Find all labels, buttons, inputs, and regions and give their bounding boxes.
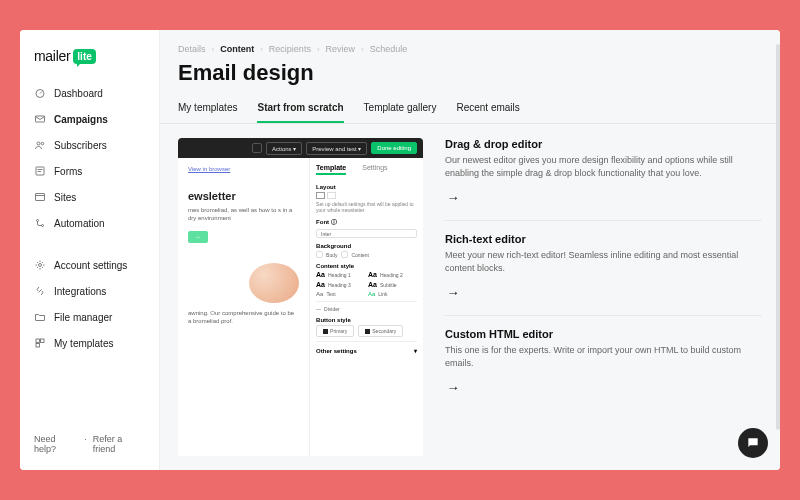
editor-drag-drop[interactable]: Drag & drop editor Our newest editor giv… <box>445 138 762 220</box>
sidebar-item-integrations[interactable]: Integrations <box>20 278 159 304</box>
preview-image-placeholder <box>249 263 299 303</box>
sidebar-item-label: File manager <box>54 312 112 323</box>
sidebar-item-sites[interactable]: Sites <box>20 184 159 210</box>
cs-text[interactable]: AaText <box>316 291 365 297</box>
editor-options: Drag & drop editor Our newest editor giv… <box>445 138 762 456</box>
tab-my-templates[interactable]: My templates <box>178 96 237 123</box>
chevron-right-icon: › <box>212 45 215 54</box>
svg-rect-4 <box>36 167 44 175</box>
cs-subtitle[interactable]: AaSubtitle <box>368 281 417 288</box>
preview-bottom-text: awning. Our comprehensive guide to be a … <box>188 309 299 326</box>
chevron-down-icon: ▾ <box>414 347 417 354</box>
sidebar-item-dashboard[interactable]: Dashboard <box>20 80 159 106</box>
crumb-schedule[interactable]: Schedule <box>370 44 408 54</box>
crumb-review[interactable]: Review <box>326 44 356 54</box>
scrollbar[interactable] <box>776 44 780 430</box>
editor-preview: Actions ▾ Preview and test ▾ Done editin… <box>178 138 423 456</box>
editor-desc: Our newest editor gives you more design … <box>445 154 745 180</box>
sidebar-item-campaigns[interactable]: Campaigns <box>20 106 159 132</box>
arrow-right-icon[interactable]: → <box>445 285 461 301</box>
arrow-right-icon[interactable]: → <box>445 380 461 396</box>
divider-style[interactable]: —Divider <box>316 306 417 312</box>
sidebar-item-label: Sites <box>54 192 76 203</box>
folder-icon <box>34 311 46 323</box>
tab-recent-emails[interactable]: Recent emails <box>456 96 519 123</box>
brand-bubble: lite <box>73 49 95 64</box>
page-title: Email design <box>160 58 780 96</box>
crumb-recipients[interactable]: Recipients <box>269 44 311 54</box>
brand-logo[interactable]: mailer lite <box>20 48 159 80</box>
content-style-label: Content style <box>316 263 417 269</box>
button-style-label: Button style <box>316 317 417 323</box>
editor-desc: This one is for the experts. Write or im… <box>445 344 745 370</box>
nav-secondary: Account settings Integrations File manag… <box>20 252 159 356</box>
nav-primary: Dashboard Campaigns Subscribers Forms Si… <box>20 80 159 236</box>
btn-style-primary[interactable]: Primary <box>316 325 354 337</box>
svg-rect-10 <box>41 339 45 343</box>
templates-icon <box>34 337 46 349</box>
sidebar-item-label: Account settings <box>54 260 127 271</box>
svg-point-7 <box>42 225 44 227</box>
cs-h1[interactable]: AaHeading 1 <box>316 271 365 278</box>
editor-title: Drag & drop editor <box>445 138 762 150</box>
svg-rect-1 <box>36 116 45 122</box>
breadcrumb: Details › Content › Recipients › Review … <box>160 30 780 58</box>
bg-body-chip[interactable]: Body <box>316 251 337 258</box>
btn-style-secondary[interactable]: Secondary <box>358 325 403 337</box>
bg-content-chip[interactable]: Content <box>341 251 369 258</box>
svg-point-3 <box>41 142 44 145</box>
panel-tab-settings[interactable]: Settings <box>362 164 387 175</box>
actions-dropdown[interactable]: Actions ▾ <box>266 142 302 155</box>
preview-toolbar: Actions ▾ Preview and test ▾ Done editin… <box>178 138 423 158</box>
editor-custom-html[interactable]: Custom HTML editor This one is for the e… <box>445 315 762 410</box>
gear-icon <box>34 259 46 271</box>
sidebar-item-forms[interactable]: Forms <box>20 158 159 184</box>
editor-rich-text[interactable]: Rich-text editor Meet your new rich-text… <box>445 220 762 315</box>
chevron-right-icon: › <box>361 45 364 54</box>
sidebar-item-my-templates[interactable]: My templates <box>20 330 159 356</box>
sidebar-item-label: Campaigns <box>54 114 108 125</box>
svg-point-6 <box>37 220 39 222</box>
crumb-details[interactable]: Details <box>178 44 206 54</box>
sidebar-item-automation[interactable]: Automation <box>20 210 159 236</box>
sidebar-item-subscribers[interactable]: Subscribers <box>20 132 159 158</box>
view-in-browser-link[interactable]: View in browser <box>188 166 230 172</box>
preview-cta-button: → <box>188 231 208 243</box>
designer-tabs: My templates Start from scratch Template… <box>160 96 780 124</box>
sidebar-item-file-manager[interactable]: File manager <box>20 304 159 330</box>
sidebar-item-label: Subscribers <box>54 140 107 151</box>
refer-friend-link[interactable]: Refer a friend <box>93 434 145 454</box>
arrow-right-icon[interactable]: → <box>445 190 461 206</box>
layout-label: Layout <box>316 184 417 190</box>
form-icon <box>34 165 46 177</box>
tab-start-from-scratch[interactable]: Start from scratch <box>257 96 343 123</box>
chat-widget-button[interactable] <box>738 428 768 458</box>
panel-tab-template[interactable]: Template <box>316 164 346 175</box>
crumb-content[interactable]: Content <box>220 44 254 54</box>
cs-h2[interactable]: AaHeading 2 <box>368 271 417 278</box>
other-settings[interactable]: Other settings▾ <box>316 347 417 354</box>
preview-test-dropdown[interactable]: Preview and test ▾ <box>306 142 367 155</box>
done-editing-button[interactable]: Done editing <box>371 142 417 154</box>
layout-desc: Set up default settings that will be app… <box>316 201 417 213</box>
link-icon <box>34 285 46 297</box>
tab-template-gallery[interactable]: Template gallery <box>364 96 437 123</box>
font-select[interactable]: Inter <box>316 229 417 238</box>
preview-body-text: mes bromeliad, as well as how to s in a … <box>188 206 299 223</box>
preview-settings-panel: Template Settings Layout Set up default … <box>309 158 423 456</box>
sidebar-item-account-settings[interactable]: Account settings <box>20 252 159 278</box>
cs-link[interactable]: AaLink <box>368 291 417 297</box>
preview-canvas: View in browser ewsletter mes bromeliad,… <box>178 158 309 456</box>
svg-rect-9 <box>36 339 40 343</box>
svg-point-8 <box>39 264 42 267</box>
need-help-link[interactable]: Need help? <box>34 434 78 454</box>
sidebar-item-label: My templates <box>54 338 113 349</box>
speedometer-icon <box>34 87 46 99</box>
chevron-right-icon: › <box>260 45 263 54</box>
undo-icon[interactable] <box>252 143 262 153</box>
main-panel: Details › Content › Recipients › Review … <box>160 30 780 470</box>
window-icon <box>34 191 46 203</box>
cs-h3[interactable]: AaHeading 3 <box>316 281 365 288</box>
svg-rect-5 <box>36 194 45 201</box>
app-window: mailer lite Dashboard Campaigns Subscrib… <box>20 30 780 470</box>
